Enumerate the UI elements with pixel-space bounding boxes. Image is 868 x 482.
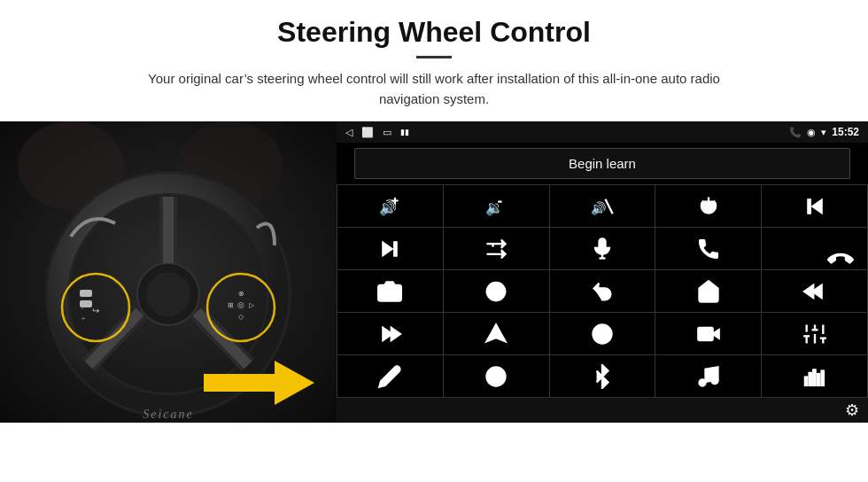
svg-rect-56 (698, 328, 712, 340)
prev-track-button[interactable] (762, 185, 867, 227)
svg-point-6 (146, 272, 190, 316)
hang-up-button[interactable] (762, 228, 867, 269)
mute-button[interactable]: 🔊 (550, 185, 655, 227)
radio-button[interactable] (444, 355, 549, 397)
view-360-button[interactable]: 360° (444, 270, 549, 312)
svg-text:▷: ▷ (249, 301, 255, 309)
page-container: Steering Wheel Control Your original car… (0, 0, 868, 482)
pen-button[interactable] (337, 355, 443, 397)
svg-rect-73 (812, 369, 816, 385)
spectrum-button[interactable] (762, 355, 867, 397)
steering-panel: ↪ + - ⊗ ◎ ◇ ⊞ ▷ Seicane (0, 121, 337, 423)
svg-rect-72 (809, 372, 812, 385)
svg-point-67 (493, 373, 500, 379)
begin-learn-row: Begin learn (337, 143, 868, 184)
svg-text:Seicane: Seicane (143, 408, 194, 421)
svg-point-41 (386, 288, 394, 296)
wifi-icon: ▾ (821, 127, 826, 138)
svg-point-69 (699, 379, 705, 385)
recents-nav-icon[interactable]: ▭ (383, 127, 391, 138)
content-row: ↪ + - ⊗ ◎ ◇ ⊞ ▷ Seicane (0, 121, 868, 423)
nav-button[interactable] (444, 313, 549, 354)
svg-marker-33 (811, 198, 822, 213)
svg-rect-71 (804, 377, 808, 386)
svg-text:◇: ◇ (238, 313, 244, 321)
location-icon: ◉ (807, 127, 816, 138)
settings-gear-icon[interactable]: ⚙ (845, 400, 859, 420)
svg-rect-36 (394, 241, 398, 255)
phone-status-icon: 📞 (789, 127, 802, 138)
svg-line-32 (605, 198, 612, 213)
svg-rect-34 (807, 198, 810, 213)
svg-rect-14 (80, 290, 92, 297)
status-left: ◁ ⬜ ▭ ▮▮ (345, 127, 409, 138)
control-panel: ◁ ⬜ ▭ ▮▮ 📞 ◉ ▾ 15:52 Begin learn (337, 121, 868, 423)
page-subtitle: Your original car’s steering wheel contr… (124, 69, 744, 109)
status-bar: ◁ ⬜ ▭ ▮▮ 📞 ◉ ▾ 15:52 (337, 121, 868, 143)
svg-text:360°: 360° (492, 289, 503, 294)
next-track-button[interactable] (337, 228, 443, 269)
svg-text:⊗: ⊗ (238, 290, 244, 298)
icon-grid: 🔊+ 🔉- 🔊 (337, 184, 868, 398)
mic-button[interactable] (550, 228, 655, 269)
home-nav-icon[interactable]: ⬜ (361, 127, 374, 138)
music-button[interactable] (655, 355, 761, 397)
svg-marker-48 (803, 284, 814, 298)
camera-button[interactable] (337, 270, 443, 312)
phone-button[interactable] (655, 228, 761, 269)
svg-point-70 (711, 377, 717, 384)
time-display: 15:52 (832, 126, 859, 138)
svg-rect-75 (821, 370, 825, 386)
svg-rect-74 (817, 373, 820, 385)
back-button[interactable] (550, 270, 655, 312)
svg-text:◎: ◎ (237, 300, 244, 309)
skip-back-button[interactable] (762, 270, 867, 312)
svg-marker-50 (391, 326, 402, 340)
signal-icon: ▮▮ (400, 128, 409, 136)
svg-marker-35 (383, 241, 393, 255)
page-title: Steering Wheel Control (277, 16, 591, 49)
begin-learn-button[interactable]: Begin learn (354, 148, 850, 179)
status-right: 📞 ◉ ▾ 15:52 (789, 126, 859, 138)
back-nav-icon[interactable]: ◁ (345, 127, 353, 138)
bluetooth-button[interactable] (550, 355, 655, 397)
svg-text:🔊: 🔊 (591, 201, 607, 216)
steering-wheel-image: ↪ + - ⊗ ◎ ◇ ⊞ ▷ Seicane (0, 121, 337, 423)
media-button[interactable] (655, 313, 761, 354)
vol-down-button[interactable]: 🔉- (444, 185, 549, 227)
svg-text:+: + (81, 315, 85, 322)
svg-marker-51 (486, 323, 507, 342)
bottom-bar: ⚙ (337, 398, 868, 423)
home-button[interactable] (655, 270, 761, 312)
svg-text:+: + (392, 194, 399, 207)
eq-button[interactable] (550, 313, 655, 354)
vol-up-button[interactable]: 🔊+ (337, 185, 443, 227)
svg-text:⊞: ⊞ (228, 301, 234, 309)
shuffle-button[interactable] (444, 228, 549, 269)
fast-forward-button[interactable] (337, 313, 443, 354)
title-divider (416, 56, 452, 58)
power-button[interactable] (655, 185, 761, 227)
svg-text:↪: ↪ (92, 306, 99, 315)
mixer-button[interactable] (762, 313, 867, 354)
svg-text:-: - (499, 194, 502, 207)
